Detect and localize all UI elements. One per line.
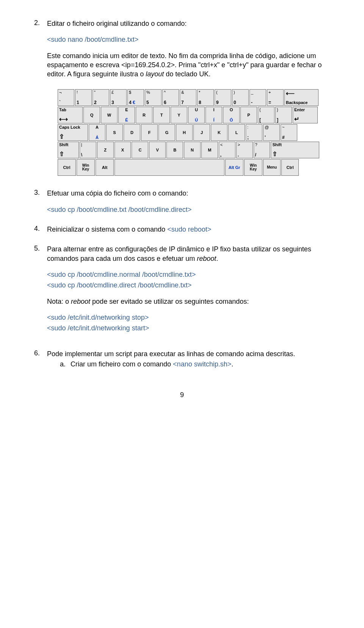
list-item-4: 4. Reinicializar o sistema com o comando… [34,225,330,234]
key-altgr: Alt Gr [225,159,243,176]
key-win: Win Key [77,159,95,176]
key: $4 € [127,89,144,106]
key: J [193,124,210,141]
key: <, [219,142,235,158]
key: ~# [281,124,297,141]
key: OÓ [223,107,240,123]
key-shift: Shift⇧ [271,142,319,158]
key: N [184,142,201,158]
key: F [141,124,158,141]
key: _- [249,89,266,106]
key-shift: Shift⇧ [58,142,79,158]
key-enter: Enter↵ [293,107,318,123]
key-menu: Menu [263,159,281,176]
key: "2 [93,89,109,106]
keyboard-row: ¬` !1 "2 £3 $4 € %5 ^6 &7 *8 (9 )0 _- +=… [58,89,319,106]
key: S [106,124,123,141]
keyboard-row: Caps Lock⇪ AÁ S D F G H J K L :; @' ~# [58,124,319,141]
key: IÍ [206,107,222,123]
key: P [240,107,257,123]
key-ctrl: Ctrl [281,159,299,176]
key: ^6 [162,89,179,106]
key: D [124,124,140,141]
key: Y [171,107,187,123]
keyboard-row: Tab⟷ Q W EÉ R T Y UÚ IÍ OÓ P {[ }] Enter… [58,107,319,123]
paragraph: Pode implementar um script para executar… [47,349,330,358]
sub-list: a. Criar um ficheiro com o comando <nano… [60,360,330,368]
key: W [101,107,118,123]
key: R [136,107,152,123]
paragraph: Nota: o reboot pode ser evitado se utili… [47,297,330,306]
key: Z [97,142,114,158]
command-text: <sudo /etc/init.d/networking stop> [47,314,149,321]
paragraph: Este comando inicia um editor de texto. … [47,51,330,79]
key-backspace: ⟵Backspace [284,89,318,106]
paragraph: Editar o ficheiro original utilizando o … [47,19,330,28]
list-item-5: 5. Para alternar entre as configurações … [34,245,330,333]
key: ?/ [254,142,270,158]
key: V [149,142,166,158]
list-item-3: 3. Efetuar uma cópia do ficheiro com o c… [34,189,330,214]
key: (9 [215,89,231,106]
list-marker: 5. [34,245,40,252]
paragraph: Efetuar uma cópia do ficheiro com o coma… [47,189,330,198]
list-item-6: 6. Pode implementar um script para execu… [34,349,330,368]
key: C [132,142,148,158]
key: K [211,124,228,141]
keyboard-row: Shift⇧ |\ Z X C V B N M <, >. ?/ Shift⇧ [58,142,319,158]
paragraph: Reinicializar o sistema com o comando <s… [47,225,330,234]
key: }] [275,107,292,123]
numbered-list: 2. Editar o ficheiro original utilizando… [34,19,330,368]
list-item-2: 2. Editar o ficheiro original utilizando… [34,19,330,176]
key: EÉ [118,107,135,123]
command-text: <sudo cp /boot/cmdline.direct /boot/cmdl… [47,281,191,289]
key: !1 [75,89,92,106]
key: @' [263,124,280,141]
key: Q [83,107,100,123]
keyboard-layout-figure: ¬` !1 "2 £3 $4 € %5 ^6 &7 *8 (9 )0 _- +=… [58,89,319,176]
key: >. [236,142,253,158]
list-marker: 2. [34,19,40,27]
key: X [115,142,131,158]
key: UÚ [188,107,205,123]
key-capslock: Caps Lock⇪ [58,124,88,141]
key: %5 [145,89,162,106]
key: G [158,124,175,141]
command-text: <sudo reboot> [167,226,211,233]
key: H [176,124,193,141]
key-win: Win Key [244,159,262,176]
key: £3 [110,89,127,106]
key: T [153,107,170,123]
key-tab: Tab⟷ [58,107,83,123]
key-alt: Alt [96,159,114,176]
command-text: <sudo /etc/init.d/networking start> [47,324,149,332]
key: B [166,142,183,158]
command-text: <nano switchip.sh> [173,360,231,368]
key: M [201,142,218,158]
key: AÁ [89,124,105,141]
key: :; [246,124,262,141]
page-number: 9 [34,391,330,399]
command-text: <sudo cp /boot/cmdline.txt /boot/cmdline… [47,206,191,213]
key: {[ [258,107,275,123]
key: ¬` [58,89,74,106]
key: )0 [232,89,249,106]
list-marker: 4. [34,225,40,233]
sub-list-item: a. Criar um ficheiro com o comando <nano… [60,360,330,368]
key: L [228,124,245,141]
keyboard-row: Ctrl Win Key Alt Alt Gr Win Key Menu Ctr… [58,159,319,176]
document-page: 2. Editar o ficheiro original utilizando… [0,0,364,414]
key: |\ [80,142,96,158]
sub-list-marker: a. [60,360,66,368]
key: &7 [180,89,196,106]
key: += [267,89,284,106]
list-marker: 6. [34,349,40,357]
paragraph: Para alternar entre as configurações de … [47,245,330,263]
key-ctrl: Ctrl [58,159,76,176]
command-text: <sudo nano /boot/cmdline.txt> [47,36,138,43]
command-text: <sudo cp /boot/cmdline.normal /boot/cmdl… [47,271,196,278]
key-space [115,159,224,176]
list-marker: 3. [34,189,40,197]
key: *8 [197,89,214,106]
